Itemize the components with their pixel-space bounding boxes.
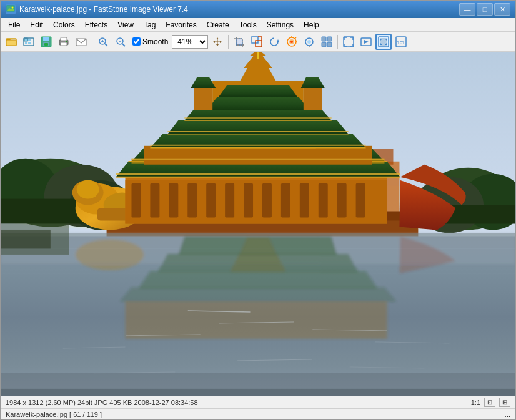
status-bar: 1984 x 1312 (2.60 MP) 24bit JPG 405 KB 2… xyxy=(1,396,515,408)
menu-tools[interactable]: Tools xyxy=(234,19,262,31)
menu-edit[interactable]: Edit xyxy=(25,19,48,31)
svg-marker-114 xyxy=(206,97,310,110)
svg-rect-32 xyxy=(236,39,242,45)
status-bottom: Karaweik-palace.jpg [ 61 / 119 ] ... xyxy=(1,408,515,419)
svg-point-45 xyxy=(307,40,311,44)
separator-3 xyxy=(337,35,338,49)
separator-1 xyxy=(92,35,92,49)
svg-rect-47 xyxy=(322,37,326,41)
app-icon xyxy=(6,4,16,14)
svg-rect-8 xyxy=(25,39,27,41)
separator-2 xyxy=(228,35,229,49)
menu-favorites[interactable]: Favorites xyxy=(161,19,201,31)
svg-rect-50 xyxy=(327,42,332,47)
svg-rect-5 xyxy=(6,40,16,46)
svg-rect-89 xyxy=(206,183,216,218)
smooth-checkbox[interactable] xyxy=(132,37,141,46)
svg-rect-82 xyxy=(97,208,129,221)
zoom-status-button[interactable]: ⊞ xyxy=(499,398,510,407)
maximize-button[interactable]: □ xyxy=(477,3,493,16)
svg-line-42 xyxy=(295,37,296,39)
save-button[interactable] xyxy=(38,34,54,50)
svg-line-24 xyxy=(105,44,107,46)
zoom-level: 1:1 xyxy=(471,399,480,406)
svg-rect-96 xyxy=(337,183,347,218)
close-button[interactable]: ✕ xyxy=(494,3,510,16)
actual-size-button[interactable]: 1:1 xyxy=(393,34,409,50)
menu-help[interactable]: Help xyxy=(299,19,324,31)
menu-create[interactable]: Create xyxy=(202,19,234,31)
smooth-label[interactable]: Smooth xyxy=(142,37,168,46)
svg-rect-49 xyxy=(322,42,326,47)
svg-rect-90 xyxy=(225,183,234,218)
svg-rect-10 xyxy=(25,42,27,44)
title-bar: Karaweik-palace.jpg - FastStone Image Vi… xyxy=(1,1,515,18)
toolbar: Smooth 41% 10% 25% 50% 75% 100% xyxy=(1,32,515,52)
window-title: Karaweik-palace.jpg - FastStone Image Vi… xyxy=(19,5,188,14)
image-canvas xyxy=(1,52,515,396)
svg-point-2 xyxy=(12,7,14,9)
status-right: 1:1 ⊡ ⊞ xyxy=(471,398,510,407)
menu-settings[interactable]: Settings xyxy=(262,19,299,31)
pan-button[interactable] xyxy=(209,34,226,50)
svg-marker-142 xyxy=(120,287,397,301)
file-info: Karaweik-palace.jpg [ 61 / 119 ] xyxy=(6,411,102,418)
svg-point-40 xyxy=(290,41,293,43)
menu-tag[interactable]: Tag xyxy=(139,19,161,31)
zoom-out-button[interactable] xyxy=(112,34,129,50)
svg-rect-92 xyxy=(262,183,272,218)
fit-button[interactable] xyxy=(375,34,392,50)
svg-line-27 xyxy=(122,44,125,46)
svg-rect-88 xyxy=(187,183,197,218)
svg-rect-84 xyxy=(126,180,387,224)
fullscreen-button[interactable] xyxy=(340,34,357,50)
svg-rect-87 xyxy=(169,183,178,218)
svg-rect-51 xyxy=(344,37,354,47)
svg-rect-9 xyxy=(28,39,31,41)
svg-marker-140 xyxy=(157,253,358,272)
slideshow-button[interactable] xyxy=(358,34,374,50)
svg-rect-157 xyxy=(1,230,51,248)
svg-rect-86 xyxy=(150,183,159,218)
svg-rect-94 xyxy=(300,183,309,218)
menu-file[interactable]: File xyxy=(3,19,25,31)
email-button[interactable] xyxy=(73,34,89,50)
lasso-button[interactable] xyxy=(301,34,317,50)
svg-rect-143 xyxy=(126,301,387,339)
fit-status-button[interactable]: ⊡ xyxy=(484,398,495,407)
svg-rect-155 xyxy=(1,389,515,396)
svg-point-144 xyxy=(76,239,144,270)
image-area[interactable] xyxy=(1,52,515,396)
thumbnail-button[interactable] xyxy=(319,34,335,50)
title-bar-left: Karaweik-palace.jpg - FastStone Image Vi… xyxy=(6,4,188,14)
svg-rect-33 xyxy=(252,37,258,43)
browse-button[interactable] xyxy=(21,34,37,50)
svg-rect-120 xyxy=(194,87,212,110)
rotate-button[interactable] xyxy=(266,34,282,50)
menu-view[interactable]: View xyxy=(112,19,139,31)
svg-marker-37 xyxy=(277,39,279,42)
svg-marker-53 xyxy=(364,40,369,44)
minimize-button[interactable]: — xyxy=(459,3,475,16)
print-button[interactable] xyxy=(56,34,72,50)
resize-button[interactable] xyxy=(249,34,265,50)
menu-effects[interactable]: Effects xyxy=(80,19,112,31)
svg-marker-139 xyxy=(178,236,337,255)
zoom-in-button[interactable] xyxy=(95,34,111,50)
zoom-select[interactable]: 41% 10% 25% 50% 75% 100% xyxy=(172,35,208,49)
title-bar-controls: — □ ✕ xyxy=(459,3,510,16)
crop-button[interactable] xyxy=(231,34,247,50)
svg-rect-15 xyxy=(44,43,48,46)
effects-button[interactable] xyxy=(284,34,300,50)
svg-rect-97 xyxy=(356,183,365,218)
svg-point-80 xyxy=(77,180,99,199)
open-button[interactable] xyxy=(3,34,19,50)
menu-colors[interactable]: Colors xyxy=(48,19,80,31)
svg-rect-93 xyxy=(281,183,290,218)
image-scene xyxy=(1,52,515,396)
menu-bar: File Edit Colors Effects View Tag Favori… xyxy=(1,18,515,32)
image-info: 1984 x 1312 (2.60 MP) 24bit JPG 405 KB 2… xyxy=(6,399,198,406)
dots-indicator: ... xyxy=(505,411,510,418)
svg-rect-13 xyxy=(43,37,49,41)
svg-rect-95 xyxy=(319,183,328,218)
